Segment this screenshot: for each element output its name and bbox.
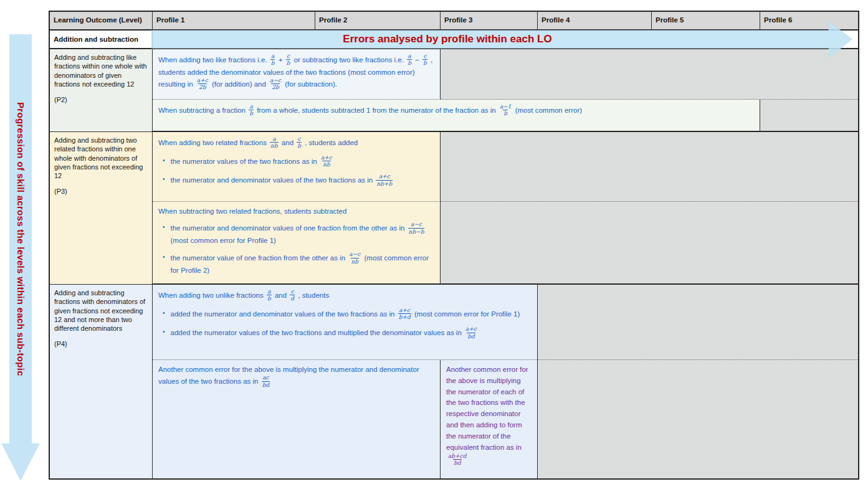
header-profile-4: Profile 4: [538, 12, 652, 31]
fraction: a+cnb: [319, 154, 334, 168]
paragraph: When adding two like fractions i.e. ab +…: [158, 54, 434, 92]
fraction: a+c2b: [195, 77, 210, 91]
empty-cell-p2-row2: [760, 100, 858, 132]
fraction: a−c2b: [268, 77, 283, 91]
errors-by-profile-table: Learning Outcome (Level) Profile 1 Profi…: [49, 11, 859, 480]
top-arrow-zone: [153, 31, 858, 49]
error-cell-p4-row2-profile3: Another common error for the above is mu…: [441, 360, 538, 478]
header-profile-6: Profile 6: [760, 12, 858, 31]
bullet-icon: •: [163, 155, 165, 169]
error-cell-p3-row2: When subtracting two related fractions, …: [153, 202, 441, 285]
fraction: a−cnb: [347, 251, 362, 265]
lo-level: (P3): [54, 187, 148, 196]
lo-text: Adding and subtracting like fractions wi…: [54, 53, 148, 88]
paragraph: When adding two unlike fractions ab and …: [158, 289, 532, 303]
bullet-item: •the numerator value of one fraction fro…: [158, 252, 434, 276]
lo-text: Adding and subtracting two related fract…: [54, 136, 148, 180]
progression-arrow-label: Progression of skill across the levels w…: [1, 34, 40, 444]
lo-cell-p4: Adding and subtracting fractions with de…: [50, 285, 153, 478]
paragraph: Another common error for the above is mu…: [446, 364, 532, 467]
header-profile-3: Profile 3: [441, 12, 538, 31]
fraction: ab: [269, 53, 277, 67]
header-learning-outcome: Learning Outcome (Level): [50, 12, 153, 31]
lo-level: (P4): [54, 339, 148, 348]
fraction: acbd: [260, 374, 272, 388]
fraction: a+cb+d: [397, 307, 413, 321]
bullet-icon: •: [163, 308, 165, 321]
fraction: a+cnb+b: [374, 173, 394, 187]
lo-cell-p2: Adding and subtracting like fractions wi…: [50, 49, 153, 132]
fraction: ab: [406, 53, 413, 67]
bullet-icon: •: [163, 326, 165, 340]
paragraph: Another common error for the above is mu…: [158, 364, 434, 389]
fraction: cb: [295, 136, 303, 149]
bullet-item: •the numerator values of the two fractio…: [158, 155, 434, 169]
bullet-icon: •: [163, 174, 165, 187]
bullet-item: •the numerator and denominator values of…: [158, 222, 434, 246]
bullet-icon: •: [163, 222, 165, 246]
bullet-item: •added the numerator values of the two f…: [158, 326, 532, 340]
empty-cell-p3-row2: [441, 202, 858, 285]
fraction: cb: [421, 53, 429, 67]
error-cell-p2-row1: When adding two like fractions i.e. ab +…: [153, 49, 441, 100]
paragraph: When subtracting two related fractions, …: [158, 206, 434, 217]
paragraph: When adding two related fractions anb an…: [158, 136, 434, 150]
paragraph: When subtracting a fraction ab from a wh…: [158, 104, 754, 118]
fraction: a−1b: [498, 103, 513, 117]
header-profile-2: Profile 2: [315, 12, 441, 31]
fraction: a−cnb−b: [407, 221, 426, 235]
empty-cell-p2-row1: [441, 49, 858, 100]
error-cell-p2-row2: When subtracting a fraction ab from a wh…: [153, 100, 760, 132]
header-profile-5: Profile 5: [652, 12, 760, 31]
fraction: ab: [247, 103, 255, 117]
bullet-item: •the numerator and denominator values of…: [158, 174, 434, 187]
fraction: cd: [289, 288, 296, 302]
lo-cell-p3: Adding and subtracting two related fract…: [50, 132, 153, 285]
empty-cell-p4-row2: [538, 360, 858, 478]
fraction: ab: [265, 288, 273, 302]
error-cell-p4-row1: When adding two unlike fractions ab and …: [153, 285, 538, 360]
fraction: anb: [269, 136, 280, 149]
bullet-item: •added the numerator and denominator val…: [158, 308, 532, 321]
fraction: ab+cdbd: [446, 453, 468, 467]
lo-level: (P2): [54, 95, 148, 104]
error-cell-p3-row1: When adding two related fractions anb an…: [153, 132, 441, 202]
error-cell-p4-row2-profiles12: Another common error for the above is mu…: [153, 360, 441, 478]
fraction: a+cbd: [464, 326, 479, 339]
fraction: cb: [285, 53, 292, 67]
empty-cell-p4-row1: [538, 285, 858, 360]
section-addition-subtraction: Addition and subtraction: [50, 31, 153, 49]
header-profile-1: Profile 1: [153, 12, 315, 31]
progression-arrow: Progression of skill across the levels w…: [1, 34, 40, 481]
bullet-icon: •: [163, 252, 165, 276]
empty-cell-p3-row1: [441, 132, 858, 202]
lo-text: Adding and subtracting fractions with de…: [54, 288, 148, 333]
